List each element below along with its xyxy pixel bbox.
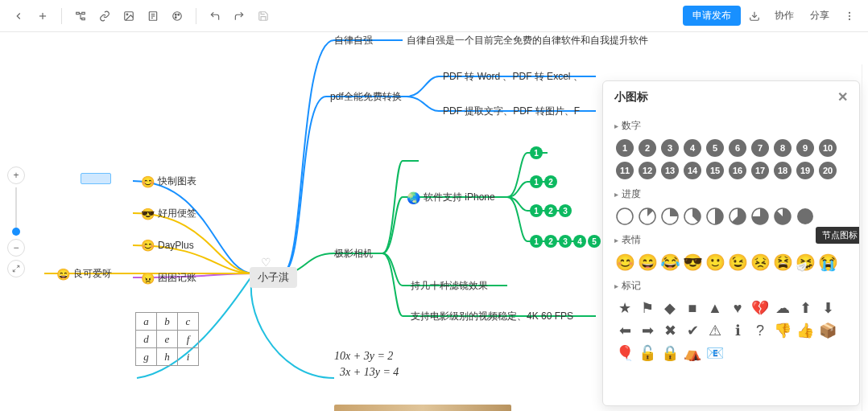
mark-icon-17[interactable]: 👎: [772, 320, 793, 341]
add-button[interactable]: [32, 6, 53, 27]
zoom-slider[interactable]: [15, 187, 17, 236]
node-left-5[interactable]: 😄良可爱呀: [56, 267, 112, 281]
save-button[interactable]: [253, 6, 274, 27]
section-emoji[interactable]: 表情: [614, 233, 848, 247]
badge-12[interactable]: 12: [530, 175, 557, 188]
number-icon-9[interactable]: 9: [795, 138, 816, 158]
node-selfdiscipline[interactable]: 自律自强: [334, 34, 373, 47]
zoom-out-button[interactable]: −: [7, 239, 25, 257]
mark-icon-10[interactable]: ⬅: [614, 320, 635, 341]
number-icon-15[interactable]: 15: [705, 160, 725, 181]
zoom-in-button[interactable]: +: [7, 166, 25, 184]
undo-button[interactable]: [205, 6, 225, 27]
subnode-button[interactable]: [70, 6, 91, 27]
node-left-3[interactable]: 😊DayPlus: [141, 239, 194, 252]
mark-icon-7[interactable]: ☁: [772, 298, 793, 319]
emoji-icon-9[interactable]: 😭: [817, 252, 838, 273]
emoji-icon-2[interactable]: 😂: [659, 252, 680, 273]
section-progress[interactable]: 进度: [614, 187, 848, 201]
progress-icon-12.5[interactable]: [637, 206, 658, 227]
image-button[interactable]: [118, 6, 139, 27]
number-icon-6[interactable]: 6: [727, 138, 748, 158]
emoji-icon-1[interactable]: 😄: [637, 252, 658, 273]
mark-icon-4[interactable]: ▲: [705, 298, 725, 319]
publish-button[interactable]: 申请发布: [683, 6, 741, 26]
node-pdf-c1[interactable]: PDF 转 Word 、PDF 转 Excel 、: [443, 70, 583, 84]
close-icon[interactable]: ✕: [837, 89, 848, 105]
number-icon-5[interactable]: 5: [705, 138, 725, 158]
matrix-table[interactable]: abc def ghi: [135, 312, 199, 366]
number-icon-20[interactable]: 20: [817, 160, 838, 181]
mark-icon-9[interactable]: ⬇: [817, 298, 838, 319]
number-icon-18[interactable]: 18: [772, 160, 793, 181]
section-marks[interactable]: 标记: [614, 279, 848, 293]
node-pdf[interactable]: pdf全能免费转换: [330, 90, 402, 104]
badge-1[interactable]: 1: [530, 146, 543, 159]
share-button[interactable]: 分享: [804, 6, 836, 26]
progress-icon-37.5[interactable]: [682, 206, 703, 227]
download-button[interactable]: [744, 6, 765, 27]
collab-button[interactable]: 协作: [768, 6, 800, 26]
number-icon-19[interactable]: 19: [795, 160, 816, 181]
zoom-fit-button[interactable]: [7, 260, 25, 277]
node-camera-c3[interactable]: 支持电影级别的视频稳定、4K 60 FPS: [411, 310, 573, 323]
mark-icon-13[interactable]: ✔: [682, 320, 703, 341]
node-left-4[interactable]: 😠困困记账: [141, 271, 196, 285]
number-icon-3[interactable]: 3: [659, 138, 680, 158]
emoji-icon-5[interactable]: 😉: [727, 252, 748, 273]
mark-icon-0[interactable]: ★: [614, 298, 635, 319]
mark-icon-15[interactable]: ℹ: [727, 320, 748, 341]
mark-icon-1[interactable]: ⚑: [637, 298, 658, 319]
mark-icon-6[interactable]: 💔: [750, 298, 771, 319]
mark-icon-16[interactable]: ?: [750, 320, 771, 341]
node-pdf-c2[interactable]: PDF 提取文字、PDF 转图片、F: [443, 105, 580, 118]
equation-2[interactable]: 3x + 13y = 4: [340, 366, 399, 379]
mark-icon-8[interactable]: ⬆: [795, 298, 816, 319]
mark-icon-19[interactable]: 📦: [817, 320, 838, 341]
emoji-icon-8[interactable]: 🤧: [795, 252, 816, 273]
mark-icon-18[interactable]: 👍: [795, 320, 816, 341]
progress-icon-87.5[interactable]: [772, 206, 793, 227]
number-icon-8[interactable]: 8: [772, 138, 793, 158]
mark-icon-23[interactable]: ⛺: [682, 343, 703, 364]
progress-icon-100[interactable]: [795, 206, 816, 227]
mark-icon-11[interactable]: ➡: [637, 320, 658, 341]
more-button[interactable]: [839, 6, 860, 27]
link-button[interactable]: [94, 6, 115, 27]
progress-icon-25[interactable]: [659, 206, 680, 227]
progress-icon-50[interactable]: [705, 206, 725, 227]
node-camera[interactable]: 极影相机: [334, 247, 373, 261]
section-numbers[interactable]: 数字: [614, 119, 848, 133]
number-icon-16[interactable]: 16: [727, 160, 748, 181]
equation-1[interactable]: 10x + 3y = 2: [334, 350, 393, 363]
mark-icon-14[interactable]: ⚠: [705, 320, 725, 341]
node-selfdiscipline-desc[interactable]: 自律自强是一个目前完全免费的自律软件和自我提升软件: [407, 34, 648, 47]
node-left-2[interactable]: 😎好用便签: [141, 207, 196, 220]
number-icon-17[interactable]: 17: [750, 160, 771, 181]
number-icon-7[interactable]: 7: [750, 138, 771, 158]
mark-icon-2[interactable]: ◆: [659, 298, 680, 319]
mark-icon-20[interactable]: 🎈: [614, 343, 635, 364]
mark-icon-21[interactable]: 🔓: [637, 343, 658, 364]
emoji-icon-4[interactable]: 🙂: [705, 252, 725, 273]
emoji-icon-7[interactable]: 😫: [772, 252, 793, 273]
root-node[interactable]: 小子淇: [250, 267, 297, 288]
progress-icon-62.5[interactable]: [727, 206, 748, 227]
emoji-icon-3[interactable]: 😎: [682, 252, 703, 273]
number-icon-13[interactable]: 13: [659, 160, 680, 181]
node-left-1[interactable]: 😊快制图表: [141, 175, 196, 188]
mark-icon-12[interactable]: ✖: [659, 320, 680, 341]
number-icon-4[interactable]: 4: [682, 138, 703, 158]
number-icon-1[interactable]: 1: [614, 138, 635, 158]
badge-123[interactable]: 123: [530, 204, 572, 217]
back-button[interactable]: [8, 6, 29, 27]
style-button[interactable]: [167, 6, 188, 27]
progress-icon-0[interactable]: [614, 206, 635, 227]
progress-icon-75[interactable]: [750, 206, 771, 227]
number-icon-12[interactable]: 12: [637, 160, 658, 181]
canvas[interactable]: ♡ 小子淇 😊快制图表 😎好用便签 😊DayPlus 😠困困记账 😄良可爱呀 自…: [0, 32, 868, 411]
emoji-icon-0[interactable]: 😊: [614, 252, 635, 273]
mark-icon-5[interactable]: ♥: [727, 298, 748, 319]
number-icon-14[interactable]: 14: [682, 160, 703, 181]
redo-button[interactable]: [229, 6, 250, 27]
